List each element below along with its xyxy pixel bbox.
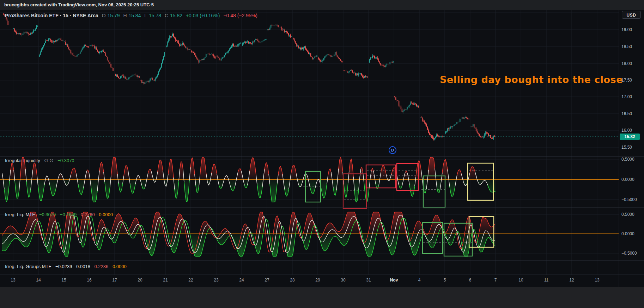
candles [3, 13, 495, 140]
time-axis-label: 31 [366, 278, 371, 283]
indicator-name[interactable]: Irreg. Liq. MTF [5, 212, 35, 217]
indicator-value-3: 0.2236 [94, 264, 108, 269]
chart-text-annotation[interactable]: Selling day bought into the close [440, 74, 623, 85]
price-axis-label: 16.00 [621, 128, 632, 133]
time-axis-label: 21 [163, 278, 168, 283]
indicator-value-2: −0.1649 [60, 212, 77, 217]
indicator-value-1: −0.0239 [55, 264, 72, 269]
indicator-name[interactable]: Irreg. Liq. Groups MTF [5, 264, 51, 269]
time-axis-label: 22 [188, 278, 193, 283]
time-axis-label: 17 [112, 278, 117, 283]
currency-button[interactable]: USD [622, 11, 641, 19]
high-label: H [123, 13, 127, 18]
top-bar: brucegibbs created with TradingView.com,… [0, 0, 644, 10]
watermark-credit: brucegibbs created with TradingView.com,… [4, 2, 154, 7]
oscillator-irreg-liq-mtf [0, 212, 619, 256]
time-axis-label: 10 [518, 278, 523, 283]
time-axis-label: 16 [87, 278, 91, 283]
price-axis-label: 0.0000 [621, 231, 634, 237]
price-axis-label: 15.50 [621, 144, 632, 150]
bottom-toolbar: TradingView [0, 287, 644, 308]
indicator-value-1: −0.3070 [39, 212, 56, 217]
low-label: L [144, 13, 147, 18]
time-axis-label: 6 [469, 278, 472, 283]
close-label: C [165, 13, 168, 18]
open-label: O [102, 13, 106, 18]
indicator-ghost-values: ∅ ∅ [44, 158, 53, 163]
last-price-badge: 15.82 [620, 134, 640, 140]
time-axis-label: 4 [418, 278, 421, 283]
time-axis-label: 24 [239, 278, 244, 283]
time-axis-label: 27 [265, 278, 269, 283]
price-axis-label: 17.50 [621, 77, 632, 83]
time-axis-label: 5 [444, 278, 446, 283]
price-axis-label: 17.00 [621, 94, 632, 100]
time-axis-label: 23 [214, 278, 218, 283]
time-axis-label: 28 [290, 278, 294, 283]
indicator-value-4: 0.0000 [113, 264, 127, 269]
price-axis-label: 18.00 [621, 61, 632, 66]
indicator-name[interactable]: Irregular Liquidity [5, 158, 40, 163]
price-axis-label: 19.00 [621, 27, 632, 32]
price-axis-label: 0.0000 [621, 177, 634, 182]
symbol-header[interactable]: ProShares Bitcoin ETF · 15 · NYSE Arca O… [5, 13, 260, 19]
time-axis-label: 12 [569, 278, 574, 283]
time-axis-label: 30 [341, 278, 345, 283]
price-axis-label: −0.5000 [621, 250, 637, 256]
price-axis-label: 0.5000 [621, 212, 634, 217]
indicator-value: −0.3070 [57, 158, 74, 163]
time-axis-label: 13 [595, 278, 599, 283]
indicator-value-2: 0.0018 [76, 264, 90, 269]
time-axis-label: 7 [494, 278, 497, 283]
close-value: 15.82 [170, 13, 182, 18]
tradingview-chart-window: brucegibbs created with TradingView.com,… [0, 0, 644, 308]
time-axis-label: 20 [138, 278, 142, 283]
time-axis-label: 13 [11, 278, 15, 283]
time-axis-label: 15 [61, 278, 66, 283]
high-value: 15.84 [128, 13, 141, 18]
time-axis-label: 14 [36, 278, 41, 283]
low-value: 15.78 [149, 13, 161, 18]
price-axis-label: 0.5000 [621, 156, 634, 162]
day-change-value: −0.48 (−2.95%) [223, 13, 257, 18]
time-axis-label: 29 [315, 278, 320, 283]
oscillator-irregular-liquidity [0, 157, 619, 202]
chart-canvas[interactable] [0, 0, 644, 308]
price-axis-label: −0.5000 [621, 197, 637, 202]
time-axis-label: Nov [390, 278, 398, 283]
pane-title-irreg-liq-groups-mtf[interactable]: Irreg. Liq. Groups MTF −0.0239 0.0018 0.… [5, 264, 129, 269]
change-value: +0.03 (+0.16%) [186, 13, 220, 18]
open-value: 15.79 [107, 13, 120, 18]
pane-title-irregular-liquidity[interactable]: Irregular Liquidity ∅ ∅ −0.3070 [5, 158, 77, 163]
time-axis-label: 11 [544, 278, 548, 283]
indicator-value-3: 0.2760 [81, 212, 95, 217]
pane-title-irreg-liq-mtf[interactable]: Irreg. Liq. MTF −0.3070 −0.1649 0.2760 0… [5, 212, 116, 217]
price-axis-label: 18.50 [621, 44, 632, 49]
dividend-marker[interactable]: D [389, 146, 396, 154]
indicator-value-4: 0.0000 [99, 212, 113, 217]
symbol-title[interactable]: ProShares Bitcoin ETF · 15 · NYSE Arca [5, 13, 98, 18]
price-axis-label: 16.50 [621, 111, 632, 117]
